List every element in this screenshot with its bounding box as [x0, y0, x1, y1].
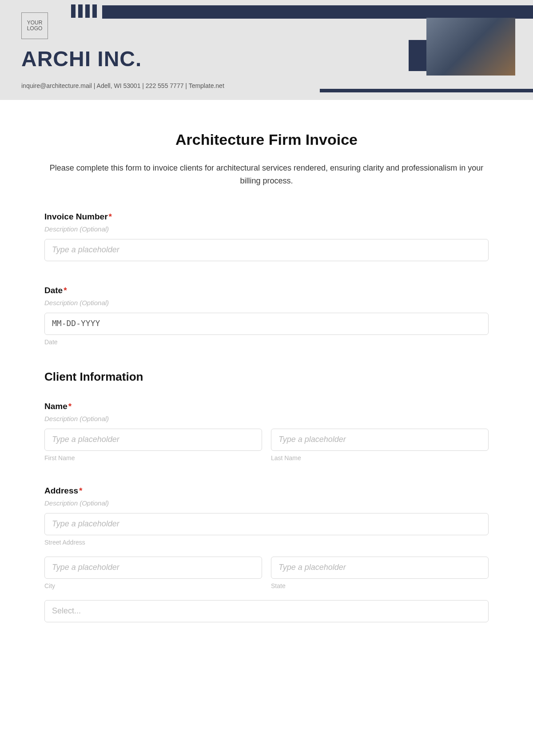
address-label: Address*	[44, 486, 489, 496]
invoice-number-desc: Description (Optional)	[44, 225, 489, 233]
company-name: ARCHI INC.	[21, 47, 142, 71]
address-desc: Description (Optional)	[44, 499, 489, 507]
header-banner: YOUR LOGO ARCHI INC. inquire@architectur…	[0, 0, 533, 100]
last-name-input[interactable]	[271, 429, 489, 451]
top-accent-band	[102, 5, 533, 19]
name-label-text: Name	[44, 402, 68, 411]
form-container: Architecture Firm Invoice Please complet…	[0, 100, 533, 664]
date-desc: Description (Optional)	[44, 299, 489, 306]
state-input[interactable]	[271, 557, 489, 579]
contact-line: inquire@architecture.mail | Adell, WI 53…	[21, 82, 224, 89]
last-name-sublabel: Last Name	[271, 454, 489, 462]
required-asterisk: *	[68, 402, 72, 411]
bottom-accent-band	[320, 89, 533, 92]
required-asterisk: *	[79, 486, 82, 495]
name-group: Name* Description (Optional) First Name …	[44, 402, 489, 462]
form-intro: Please complete this form to invoice cli…	[44, 162, 489, 187]
street-address-sublabel: Street Address	[44, 539, 489, 546]
invoice-number-input[interactable]	[44, 239, 489, 261]
invoice-number-label: Invoice Number*	[44, 212, 489, 222]
required-asterisk: *	[109, 212, 112, 221]
form-title: Architecture Firm Invoice	[44, 131, 489, 148]
street-address-input[interactable]	[44, 513, 489, 535]
date-sublabel: Date	[44, 338, 489, 346]
country-select-placeholder: Select...	[52, 606, 81, 616]
logo-placeholder: YOUR LOGO	[21, 12, 48, 39]
first-name-sublabel: First Name	[44, 454, 262, 462]
required-asterisk: *	[64, 286, 67, 295]
date-label: Date*	[44, 286, 489, 295]
address-label-text: Address	[44, 486, 78, 495]
decorative-bars	[71, 4, 97, 18]
country-select[interactable]: Select...	[44, 600, 489, 622]
date-label-text: Date	[44, 286, 63, 295]
invoice-number-label-text: Invoice Number	[44, 212, 108, 221]
date-input[interactable]	[44, 313, 489, 335]
client-info-heading: Client Information	[44, 370, 489, 384]
name-label: Name*	[44, 402, 489, 411]
name-desc: Description (Optional)	[44, 415, 489, 422]
hero-photo	[426, 18, 515, 76]
city-input[interactable]	[44, 557, 262, 579]
city-sublabel: City	[44, 582, 262, 589]
state-sublabel: State	[271, 582, 489, 589]
first-name-input[interactable]	[44, 429, 262, 451]
date-group: Date* Description (Optional) Date	[44, 286, 489, 346]
invoice-number-group: Invoice Number* Description (Optional)	[44, 212, 489, 261]
address-group: Address* Description (Optional) Street A…	[44, 486, 489, 622]
